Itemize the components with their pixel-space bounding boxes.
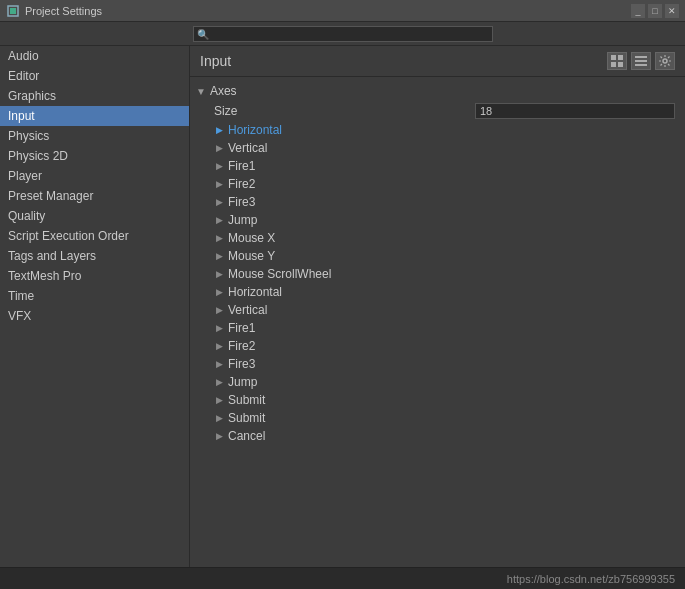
- svg-rect-5: [618, 62, 623, 67]
- axis-item-fire2-1[interactable]: ▶ Fire2: [190, 175, 685, 193]
- axis-item-jump-2[interactable]: ▶ Jump: [190, 373, 685, 391]
- toolbar-btn-2[interactable]: [631, 52, 651, 70]
- axis-label: Fire1: [228, 159, 255, 173]
- axis-item-fire2-2[interactable]: ▶ Fire2: [190, 337, 685, 355]
- axis-arrow-icon: ▶: [216, 341, 223, 351]
- search-input[interactable]: [193, 26, 493, 42]
- axis-item-fire3-1[interactable]: ▶ Fire3: [190, 193, 685, 211]
- axis-item-horizontal-1[interactable]: ▶ Horizontal: [190, 121, 685, 139]
- axis-item-fire1-1[interactable]: ▶ Fire1: [190, 157, 685, 175]
- close-button[interactable]: ✕: [665, 4, 679, 18]
- axis-label: Fire2: [228, 177, 255, 191]
- axes-arrow-icon: ▼: [196, 86, 206, 97]
- axis-item-horizontal-2[interactable]: ▶ Horizontal: [190, 283, 685, 301]
- axis-label: Submit: [228, 393, 265, 407]
- svg-rect-1: [10, 8, 16, 14]
- axis-arrow-icon: ▶: [216, 359, 223, 369]
- axis-item-submit-1[interactable]: ▶ Submit: [190, 391, 685, 409]
- axis-item-mouse-y[interactable]: ▶ Mouse Y: [190, 247, 685, 265]
- axis-item-submit-2[interactable]: ▶ Submit: [190, 409, 685, 427]
- axis-label: Fire3: [228, 195, 255, 209]
- content-toolbar: [607, 52, 675, 70]
- sidebar-item-physics2d[interactable]: Physics 2D: [0, 146, 189, 166]
- axes-section: ▼ Axes Size 18 ▶ Horizontal ▶ Vertical ▶…: [190, 77, 685, 449]
- axis-label: Fire1: [228, 321, 255, 335]
- window-controls[interactable]: _ □ ✕: [631, 4, 679, 18]
- search-bar: 🔍: [0, 22, 685, 46]
- main-layout: Audio Editor Graphics Input Physics Phys…: [0, 46, 685, 567]
- search-icon: 🔍: [197, 28, 209, 39]
- sidebar-item-audio[interactable]: Audio: [0, 46, 189, 66]
- axis-arrow-icon: ▶: [216, 179, 223, 189]
- grid-icon: [610, 54, 624, 68]
- status-bar: https://blog.csdn.net/zb756999355: [0, 567, 685, 589]
- sidebar-item-textmesh-pro[interactable]: TextMesh Pro: [0, 266, 189, 286]
- maximize-button[interactable]: □: [648, 4, 662, 18]
- axis-label: Vertical: [228, 141, 267, 155]
- axis-label: Mouse X: [228, 231, 275, 245]
- axis-label: Fire2: [228, 339, 255, 353]
- axis-item-vertical-2[interactable]: ▶ Vertical: [190, 301, 685, 319]
- axis-item-fire3-2[interactable]: ▶ Fire3: [190, 355, 685, 373]
- sidebar: Audio Editor Graphics Input Physics Phys…: [0, 46, 190, 567]
- toolbar-btn-1[interactable]: [607, 52, 627, 70]
- axis-arrow-icon: ▶: [216, 215, 223, 225]
- size-label: Size: [214, 104, 475, 118]
- sidebar-item-tags-and-layers[interactable]: Tags and Layers: [0, 246, 189, 266]
- axis-arrow-icon: ▶: [216, 143, 223, 153]
- axis-arrow-icon: ▶: [216, 323, 223, 333]
- axis-item-vertical-1[interactable]: ▶ Vertical: [190, 139, 685, 157]
- axis-item-fire1-2[interactable]: ▶ Fire1: [190, 319, 685, 337]
- sidebar-item-script-execution-order[interactable]: Script Execution Order: [0, 226, 189, 246]
- minimize-button[interactable]: _: [631, 4, 645, 18]
- sidebar-item-player[interactable]: Player: [0, 166, 189, 186]
- sidebar-item-time[interactable]: Time: [0, 286, 189, 306]
- content-panel: Input: [190, 46, 685, 567]
- axis-arrow-icon: ▶: [216, 431, 223, 441]
- sidebar-item-input[interactable]: Input: [0, 106, 189, 126]
- axis-label: Vertical: [228, 303, 267, 317]
- axis-arrow-icon: ▶: [216, 269, 223, 279]
- sidebar-item-physics[interactable]: Physics: [0, 126, 189, 146]
- layout-icon: [634, 54, 648, 68]
- sidebar-item-editor[interactable]: Editor: [0, 66, 189, 86]
- axis-item-jump-1[interactable]: ▶ Jump: [190, 211, 685, 229]
- axis-item-mouse-scrollwheel[interactable]: ▶ Mouse ScrollWheel: [190, 265, 685, 283]
- axis-arrow-icon: ▶: [216, 251, 223, 261]
- svg-rect-6: [635, 56, 647, 58]
- sidebar-item-preset-manager[interactable]: Preset Manager: [0, 186, 189, 206]
- axes-label: Axes: [210, 84, 237, 98]
- axis-arrow-icon: ▶: [216, 287, 223, 297]
- size-value[interactable]: 18: [475, 103, 675, 119]
- sidebar-item-quality[interactable]: Quality: [0, 206, 189, 226]
- axis-label: Horizontal: [228, 285, 282, 299]
- title-bar: Project Settings _ □ ✕: [0, 0, 685, 22]
- status-url: https://blog.csdn.net/zb756999355: [507, 573, 675, 585]
- axis-label: Mouse Y: [228, 249, 275, 263]
- axis-arrow-icon: ▶: [216, 395, 223, 405]
- content-title: Input: [200, 53, 231, 69]
- axis-label: Fire3: [228, 357, 255, 371]
- svg-rect-7: [635, 60, 647, 62]
- axis-label: Jump: [228, 213, 257, 227]
- axis-item-cancel[interactable]: ▶ Cancel: [190, 427, 685, 445]
- axes-header[interactable]: ▼ Axes: [190, 81, 685, 101]
- axis-label: Horizontal: [228, 123, 282, 137]
- svg-rect-8: [635, 64, 647, 66]
- svg-rect-4: [611, 62, 616, 67]
- axis-label: Jump: [228, 375, 257, 389]
- svg-rect-2: [611, 55, 616, 60]
- axis-label: Cancel: [228, 429, 265, 443]
- svg-rect-3: [618, 55, 623, 60]
- sidebar-item-vfx[interactable]: VFX: [0, 306, 189, 326]
- window-title: Project Settings: [25, 5, 631, 17]
- content-header: Input: [190, 46, 685, 77]
- axis-arrow-icon: ▶: [216, 233, 223, 243]
- sidebar-item-graphics[interactable]: Graphics: [0, 86, 189, 106]
- axis-arrow-icon: ▶: [216, 413, 223, 423]
- axis-arrow-icon: ▶: [216, 377, 223, 387]
- toolbar-btn-settings[interactable]: [655, 52, 675, 70]
- axis-arrow-icon: ▶: [216, 305, 223, 315]
- axis-arrow-icon: ▶: [216, 125, 223, 135]
- axis-item-mouse-x[interactable]: ▶ Mouse X: [190, 229, 685, 247]
